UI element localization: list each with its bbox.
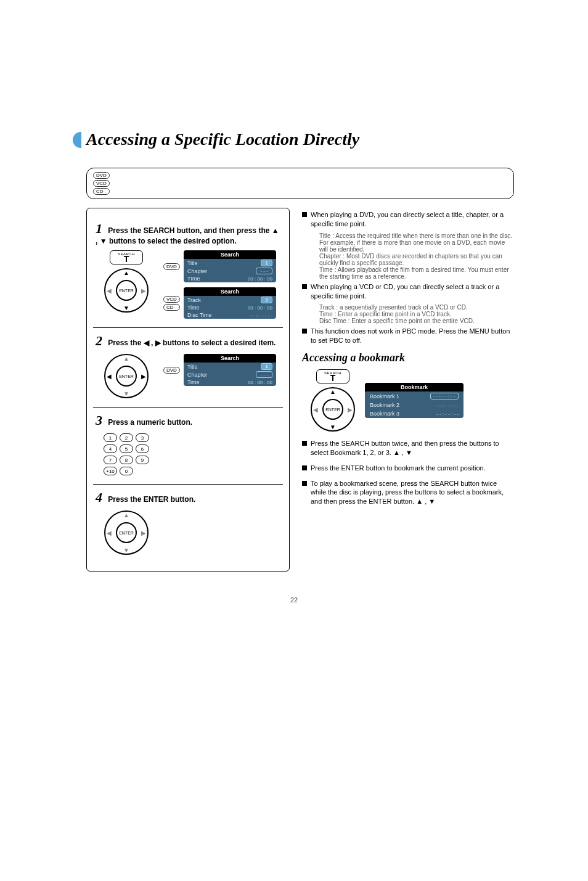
step-number: 2 <box>96 333 102 348</box>
step-text: Press the SEARCH button, and then press … <box>108 226 269 235</box>
numkey-3[interactable]: 3 <box>136 433 149 442</box>
step-text: Press the <box>108 338 141 347</box>
step-text: Press a numeric button. <box>108 418 192 427</box>
osd-search-dvd: Search Title1 Chapter- - - TIme00 : 00 :… <box>184 250 276 282</box>
bookmark-figure: SEARCH T ▲ ▼ ▶ ◀ ENTER Bookmark Bookmark… <box>311 369 514 432</box>
numkey-8[interactable]: 8 <box>120 456 133 464</box>
down-arrow-icon[interactable]: ▼ <box>123 390 129 397</box>
dpad[interactable]: ▲ ▼ ▶ ◀ ENTER <box>104 268 149 313</box>
right-arrow-icon[interactable]: ▶ <box>348 406 353 413</box>
page-number: 22 <box>25 596 563 604</box>
down-arrow-icon[interactable]: ▼ <box>330 424 336 430</box>
up-arrow-icon[interactable]: ▲ <box>123 355 129 362</box>
note-item: This function does not work in PBC mode.… <box>302 327 514 349</box>
disc-badge-cd: CD <box>93 188 110 195</box>
numkey-2[interactable]: 2 <box>120 433 133 442</box>
left-arrow-icon[interactable]: ◀ <box>107 530 112 536</box>
disc-badge-dvd: DVD <box>93 172 110 179</box>
step-3: 3 Press a numeric button. 1 2 3 4 5 6 7 <box>93 408 283 485</box>
right-arrow-icon[interactable]: ▶ <box>141 373 146 380</box>
step-text-suffix: buttons to select the desired option. <box>109 237 237 245</box>
note-item: Press the ENTER button to bookmark the c… <box>302 464 514 477</box>
disc-badge: CD <box>163 304 180 311</box>
disc-badge: DVD <box>163 367 180 374</box>
step-1: 1 Press the SEARCH button, and then pres… <box>93 216 283 328</box>
dpad[interactable]: ▲ ▼ ▶ ◀ ENTER <box>104 510 149 555</box>
numkey-7[interactable]: 7 <box>104 456 117 464</box>
search-button[interactable]: SEARCH T <box>316 369 349 383</box>
disc-badge: VCD <box>163 296 180 303</box>
dpad[interactable]: ▲ ▼ ▶ ◀ ENTER <box>311 387 355 432</box>
step-number: 4 <box>96 490 102 505</box>
down-arrow-icon[interactable]: ▼ <box>123 547 129 554</box>
left-arrow-icon[interactable]: ◀ <box>107 287 112 294</box>
numkey-0[interactable]: 0 <box>120 467 133 475</box>
square-bullet-icon <box>302 284 307 289</box>
osd-search-vcd: Search Track2 Time00 : 00 : 00 Disc Time… <box>184 287 276 319</box>
enter-button[interactable]: ENTER <box>116 522 137 543</box>
disc-badge: DVD <box>163 263 180 270</box>
enter-button[interactable]: ENTER <box>322 399 343 420</box>
numkey-5[interactable]: 5 <box>120 445 133 453</box>
osd-bookmark: Bookmark Bookmark 1- - : - - : - - Bookm… <box>365 383 463 418</box>
note-item: When playing a DVD, you can directly sel… <box>302 210 514 280</box>
note-item: To play a bookmarked scene, press the SE… <box>302 479 514 510</box>
numkey-plus10[interactable]: +10 <box>104 467 117 475</box>
enter-button[interactable]: ENTER <box>116 366 137 387</box>
search-button[interactable]: SEARCH T <box>110 250 143 264</box>
up-arrow-icon[interactable]: ▲ <box>330 388 336 395</box>
square-bullet-icon <box>302 441 307 446</box>
step-number: 3 <box>96 412 102 428</box>
disc-type-bar: DVD VCD CD <box>86 168 514 199</box>
step-text: Press the ENTER button. <box>108 495 195 504</box>
note-item: Press the SEARCH button twice, and then … <box>302 439 514 461</box>
square-bullet-icon <box>302 465 307 470</box>
square-bullet-icon <box>302 481 307 486</box>
right-arrow-icon[interactable]: ▶ <box>141 530 146 536</box>
step-text-suffix: buttons to select a desired item. <box>163 338 276 347</box>
note-item: When playing a VCD or CD, you can direct… <box>302 282 514 325</box>
numkey-9[interactable]: 9 <box>136 456 149 464</box>
numkey-1[interactable]: 1 <box>104 433 117 442</box>
disc-badge-vcd: VCD <box>93 180 110 187</box>
left-arrow-icon[interactable]: ◀ <box>313 406 318 413</box>
enter-button[interactable]: ENTER <box>116 280 137 301</box>
notes-panel: When playing a DVD, you can directly sel… <box>302 208 514 572</box>
right-arrow-icon[interactable]: ▶ <box>141 287 146 294</box>
numeric-keypad[interactable]: 1 2 3 4 5 6 7 8 9 +10 0 <box>104 433 149 475</box>
up-arrow-icon[interactable]: ▲ <box>123 512 129 518</box>
numkey-4[interactable]: 4 <box>104 445 117 453</box>
dpad[interactable]: ▲ ▼ ▶ ◀ ENTER <box>104 354 149 398</box>
step-2: 2 Press the ◀ , ▶ buttons to select a de… <box>93 328 283 408</box>
step-4: 4 Press the ENTER button. ▲ ▼ ▶ ◀ ENTER <box>93 485 283 563</box>
bookmark-heading: Accessing a bookmark <box>302 351 514 364</box>
page-title: Accessing a Specific Location Directly <box>86 129 563 149</box>
steps-panel: 1 Press the SEARCH button, and then pres… <box>86 208 290 572</box>
osd-search: Search Title1 Chapter- - - Time00 : 00 :… <box>184 354 276 386</box>
up-arrow-icon[interactable]: ▲ <box>123 269 129 276</box>
down-arrow-icon[interactable]: ▼ <box>123 305 129 311</box>
left-arrow-icon[interactable]: ◀ <box>107 373 112 380</box>
step-number: 1 <box>96 221 102 236</box>
square-bullet-icon <box>302 212 307 217</box>
square-bullet-icon <box>302 329 307 334</box>
numkey-6[interactable]: 6 <box>136 445 149 453</box>
